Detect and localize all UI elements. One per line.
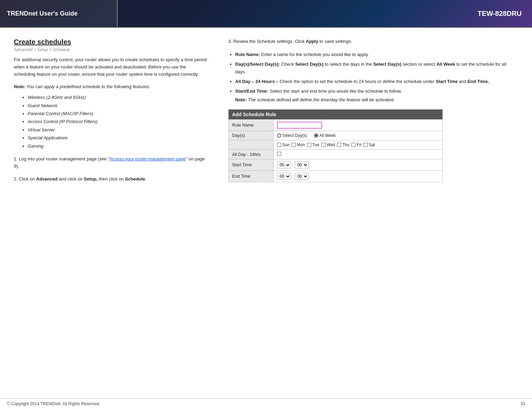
note-body: You can apply a predefined schedule to t…	[25, 84, 150, 89]
allday-label: All Day – 24 Hours –	[235, 79, 278, 84]
start-time-bold: Start Time	[436, 79, 458, 84]
management-page-link[interactable]: Access your router management page	[109, 156, 185, 161]
note-italic-body: The schedule defined will define the tim…	[248, 97, 395, 102]
sunday-label: Sun	[282, 142, 290, 147]
step2-text: 2. Click on Advanced and click on Setup,…	[14, 176, 208, 183]
days-cell-label: Day(s)	[229, 131, 274, 140]
select-days-bold: Select Day(s)	[295, 62, 323, 67]
saturday-checkbox[interactable]: Sat	[364, 142, 375, 147]
list-item: Wireless (2.4GHz and 5GHz)	[28, 93, 208, 101]
day-checkboxes-value: Sun Mon Tue Wed Thu Fri Sat	[274, 140, 443, 150]
list-item: All Day – 24 Hours – Check the option to…	[235, 78, 518, 85]
header: TRENDnet User's Guide TEW-828DRU	[0, 0, 532, 28]
all-week-radio[interactable]: All Week	[314, 133, 336, 138]
intro-paragraph: For additional security control, your ro…	[14, 56, 208, 78]
monday-label: Mon	[297, 142, 305, 147]
monday-box	[292, 143, 296, 147]
step2-schedule: Schedule	[125, 176, 145, 182]
select-days-radio-circle	[277, 133, 281, 138]
allday-checkbox[interactable]	[277, 152, 281, 156]
tuesday-label: Tue	[312, 142, 319, 147]
all-week-bold: All Week	[437, 62, 455, 67]
list-item: Rule Name: Enter a name for the schedule…	[235, 51, 518, 58]
apply-bold: Apply	[306, 39, 318, 44]
rule-name-cell-value	[274, 120, 443, 131]
table-row: Day(s) Select Day(s) All Week	[229, 131, 443, 140]
friday-label: Fri	[357, 142, 361, 147]
end-time-cell-label: End Time	[229, 171, 274, 182]
sunday-box	[277, 143, 281, 147]
breadcrumb: Advanced > Setup > Schedule	[14, 47, 208, 52]
table-row: End Time 00 : 00	[229, 171, 443, 182]
days-label: Day(s)/Select Day(s):	[235, 62, 280, 67]
select-days-radio[interactable]: Select Day(s)	[277, 133, 307, 138]
note-paragraph: Note: You can apply a predefined schedul…	[14, 83, 208, 91]
list-item: Gaming	[28, 142, 208, 150]
tuesday-checkbox[interactable]: Tue	[307, 142, 319, 147]
product-title: TEW-828DRU	[478, 10, 522, 18]
start-time-row: 00 : 00	[277, 161, 439, 168]
list-item: Guest Network	[28, 102, 208, 110]
all-week-radio-circle	[314, 133, 318, 138]
header-right: TEW-828DRU	[118, 0, 532, 27]
end-time-row: 00 : 00	[277, 173, 439, 180]
all-week-radio-label: All Week	[319, 133, 336, 138]
day-checkboxes-label	[229, 140, 274, 150]
start-hour-select[interactable]: 00	[277, 161, 291, 168]
table-row: Rule Name	[229, 120, 443, 131]
list-item: Access Control (IP Protocol Filters)	[28, 118, 208, 126]
wednesday-checkbox[interactable]: Wed	[321, 142, 335, 147]
start-time-cell-label: Start Time	[229, 159, 274, 171]
right-column: 3. Review the Schedule settings. Click A…	[221, 38, 518, 188]
monday-checkbox[interactable]: Mon	[292, 142, 305, 147]
list-item: Start/End Time: Select the start and end…	[235, 87, 518, 104]
friday-checkbox[interactable]: Fri	[351, 142, 361, 147]
page-number: 33	[521, 401, 525, 406]
start-min-select[interactable]: 00	[295, 161, 309, 168]
bullet-list: Rule Name: Enter a name for the schedule…	[228, 51, 518, 104]
wednesday-box	[321, 143, 325, 147]
start-time-cell-value: 00 : 00	[274, 159, 443, 171]
thursday-checkbox[interactable]: Thu	[337, 142, 349, 147]
end-time-cell-value: 00 : 00	[274, 171, 443, 182]
note-italic: Note: The schedule defined will define t…	[235, 96, 518, 104]
thursday-label: Thu	[342, 142, 349, 147]
left-column: Create schedules Advanced > Setup > Sche…	[14, 38, 208, 188]
select-days-radio-label: Select Day(s)	[282, 133, 307, 138]
table-row: Sun Mon Tue Wed Thu Fri Sat	[229, 140, 443, 150]
friday-box	[351, 143, 356, 147]
table-row: All Day - 24hrs	[229, 150, 443, 159]
select-days-bold2: Select Day(s)	[373, 62, 402, 67]
end-min-select[interactable]: 00	[295, 173, 309, 180]
tuesday-box	[307, 143, 311, 147]
allday-cell-value	[274, 150, 443, 159]
sunday-checkbox[interactable]: Sun	[277, 142, 290, 147]
table-row: Start Time 00 : 00	[229, 159, 443, 171]
list-item: Special Applications	[28, 134, 208, 142]
list-item: Virtual Server	[28, 126, 208, 134]
step2-setup: Setup,	[84, 176, 98, 182]
step2-advanced: Advanced	[36, 176, 57, 182]
schedule-rule-table: Add Schedule Rule Rule Name Day(s)	[228, 109, 443, 182]
step3-text: 3. Review the Schedule settings. Click A…	[228, 38, 518, 45]
wednesday-label: Wed	[327, 142, 335, 147]
main-content: Create schedules Advanced > Setup > Sche…	[0, 28, 532, 198]
thursday-box	[337, 143, 341, 147]
end-time-separator: :	[292, 174, 293, 179]
rule-name-cell-label: Rule Name	[229, 120, 274, 131]
days-cell-value: Select Day(s) All Week	[274, 131, 443, 140]
page-title: Create schedules	[14, 38, 208, 46]
feature-list: Wireless (2.4GHz and 5GHz) Guest Network…	[14, 93, 208, 150]
allday-cell-label: All Day - 24hrs	[229, 150, 274, 159]
saturday-label: Sat	[369, 142, 375, 147]
list-item: Day(s)/Select Day(s): Check Select Day(s…	[235, 61, 518, 76]
end-hour-select[interactable]: 00	[277, 173, 291, 180]
startend-label: Start/End Time:	[235, 89, 268, 94]
note-italic-label: Note:	[235, 97, 247, 102]
start-time-separator: :	[292, 162, 293, 167]
step1-text: 1. Log into your router management page …	[14, 156, 208, 170]
day-checkboxes-group: Sun Mon Tue Wed Thu Fri Sat	[277, 142, 439, 147]
rule-name-input[interactable]	[277, 122, 322, 129]
list-item: Parental Control (MAC/IP Filters)	[28, 110, 208, 118]
end-time-bold: End Time.	[468, 79, 489, 84]
